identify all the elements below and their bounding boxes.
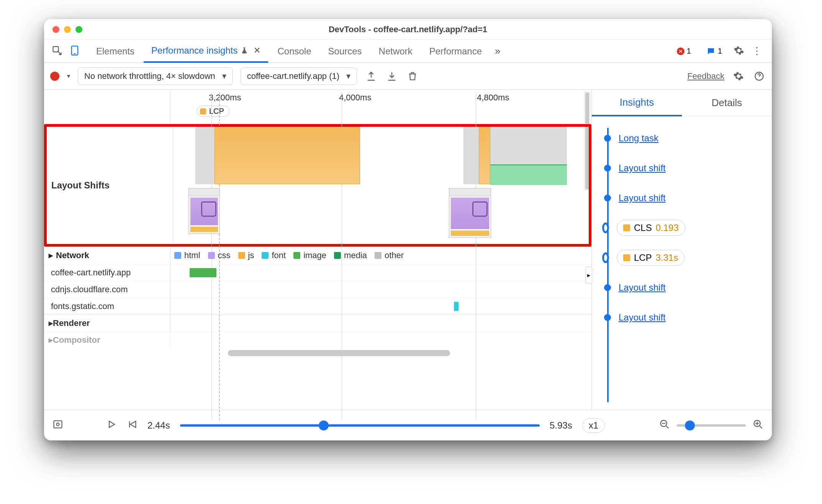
legend-item: font bbox=[262, 250, 286, 260]
maximize-window-button[interactable] bbox=[75, 26, 82, 33]
pane-resizer[interactable]: ▸ bbox=[585, 267, 592, 283]
legend-item: other bbox=[375, 250, 404, 260]
insight-event[interactable]: Layout shift bbox=[603, 273, 772, 303]
timeline-pane: 3,200ms 4,000ms 4,800ms LCP Layout Shift… bbox=[44, 90, 592, 410]
network-row[interactable]: fonts.gstatic.com bbox=[44, 298, 591, 314]
layout-shift-thumbnail[interactable] bbox=[188, 188, 220, 234]
zoom-in-icon[interactable] bbox=[753, 419, 763, 432]
renderer-section[interactable]: ▸Renderer bbox=[44, 314, 591, 331]
kebab-menu-icon[interactable]: ⋮ bbox=[752, 45, 762, 57]
insight-link: Layout shift bbox=[619, 193, 666, 203]
insight-event[interactable]: Layout shift bbox=[603, 153, 772, 183]
content: 3,200ms 4,000ms 4,800ms LCP Layout Shift… bbox=[44, 90, 772, 410]
network-row[interactable]: coffee-cart.netlify.app bbox=[44, 264, 591, 281]
tab-elements[interactable]: Elements bbox=[88, 40, 142, 62]
metric-pill: LCP 3.31s bbox=[617, 250, 684, 266]
tab-performance[interactable]: Performance bbox=[422, 40, 490, 62]
insight-link: Long task bbox=[619, 133, 658, 144]
legend-item: js bbox=[238, 250, 254, 260]
timeline-block[interactable] bbox=[490, 164, 567, 185]
devtools-window: DevTools - coffee-cart.netlify.app/?ad=1… bbox=[44, 19, 772, 440]
playback-speed[interactable]: x1 bbox=[582, 418, 605, 433]
network-origin: cdnjs.cloudflare.com bbox=[44, 281, 170, 298]
time-end: 5.93s bbox=[550, 420, 572, 431]
tab-console[interactable]: Console bbox=[270, 40, 319, 62]
device-toggle-icon[interactable] bbox=[69, 45, 80, 57]
network-row[interactable]: cdnjs.cloudflare.com bbox=[44, 281, 591, 298]
close-tab-icon[interactable]: ✕ bbox=[254, 46, 260, 56]
settings-icon[interactable] bbox=[734, 45, 744, 57]
svg-point-5 bbox=[57, 423, 59, 425]
layout-shift-thumbnail[interactable] bbox=[449, 188, 491, 238]
help-icon[interactable] bbox=[753, 70, 766, 83]
minimize-window-button[interactable] bbox=[64, 26, 71, 33]
expand-icon[interactable]: ▸ bbox=[49, 250, 53, 260]
timeline-block[interactable] bbox=[215, 127, 360, 184]
layout-shifts-row: Layout Shifts bbox=[44, 124, 591, 247]
insight-link: Layout shift bbox=[619, 282, 666, 293]
tab-network[interactable]: Network bbox=[371, 40, 420, 62]
recording-select[interactable]: coffee-cart.netlify.app (1)▾ bbox=[241, 67, 357, 85]
zoom-slider[interactable] bbox=[677, 424, 746, 427]
layout-shifts-label: Layout Shifts bbox=[47, 127, 173, 244]
expand-icon[interactable]: ▸ bbox=[49, 335, 53, 345]
horizontal-scrollbar[interactable] bbox=[44, 348, 591, 358]
expand-icon[interactable]: ▸ bbox=[49, 318, 53, 328]
play-icon[interactable] bbox=[106, 419, 117, 432]
flask-icon bbox=[241, 47, 248, 54]
insight-event[interactable]: CLS 0.193 bbox=[603, 213, 772, 243]
compositor-section[interactable]: ▸Compositor bbox=[44, 331, 591, 348]
svg-rect-4 bbox=[54, 421, 62, 428]
import-icon[interactable] bbox=[385, 70, 398, 83]
playback-footer: 2.44s 5.93s x1 bbox=[44, 410, 772, 440]
insight-event[interactable]: Long task bbox=[603, 123, 772, 153]
tab-details[interactable]: Details bbox=[682, 90, 772, 116]
record-menu-caret-icon[interactable]: ▾ bbox=[67, 72, 70, 80]
timeline-block[interactable] bbox=[463, 127, 479, 184]
lcp-marker[interactable]: LCP bbox=[196, 106, 230, 117]
traffic-lights bbox=[44, 26, 82, 33]
error-badge[interactable]: ✕1 bbox=[673, 46, 695, 56]
rewind-icon[interactable] bbox=[127, 419, 138, 432]
inspect-icon[interactable] bbox=[52, 45, 62, 57]
delete-icon[interactable] bbox=[406, 70, 419, 83]
time-tick: 4,000ms bbox=[339, 93, 371, 103]
insight-link: Layout shift bbox=[619, 163, 666, 173]
timeline-block[interactable] bbox=[490, 127, 567, 165]
toggle-overlay-icon[interactable] bbox=[52, 419, 63, 432]
feedback-link[interactable]: Feedback bbox=[687, 71, 724, 81]
insight-link: Layout shift bbox=[619, 312, 666, 323]
metric-pill: CLS 0.193 bbox=[617, 220, 685, 236]
messages-badge[interactable]: 1 bbox=[702, 46, 726, 57]
record-button[interactable] bbox=[50, 72, 59, 81]
close-window-button[interactable] bbox=[52, 26, 59, 33]
zoom-out-icon[interactable] bbox=[659, 419, 670, 432]
time-slider[interactable] bbox=[180, 424, 540, 427]
throttling-select[interactable]: No network throttling, 4× slowdown▾ bbox=[78, 67, 233, 85]
tab-sources[interactable]: Sources bbox=[321, 40, 370, 62]
insight-event[interactable]: Layout shift bbox=[603, 303, 772, 332]
tab-performance-insights[interactable]: Performance insights ✕ bbox=[144, 40, 268, 63]
export-icon[interactable] bbox=[365, 70, 378, 83]
network-section-header[interactable]: ▸Network htmlcssjsfontimagemediaother bbox=[44, 247, 591, 264]
time-tick: 3,200ms bbox=[209, 93, 241, 103]
side-panel: Insights Details Long taskLayout shiftLa… bbox=[592, 90, 772, 410]
insight-event[interactable]: Layout shift bbox=[603, 183, 772, 213]
legend-item: html bbox=[174, 250, 200, 260]
titlebar: DevTools - coffee-cart.netlify.app/?ad=1 bbox=[44, 19, 772, 40]
network-origin: fonts.gstatic.com bbox=[44, 298, 170, 314]
main-tabs: Elements Performance insights ✕ Console … bbox=[44, 40, 772, 63]
insight-event[interactable]: LCP 3.31s bbox=[603, 243, 772, 273]
time-tick: 4,800ms bbox=[477, 93, 509, 103]
timeline-block[interactable] bbox=[479, 127, 490, 184]
more-tabs-icon[interactable]: » bbox=[491, 45, 504, 57]
legend-item: media bbox=[334, 250, 367, 260]
timeline-block[interactable] bbox=[195, 127, 215, 184]
panel-settings-icon[interactable] bbox=[732, 70, 745, 83]
ruler-label bbox=[44, 90, 170, 124]
legend-item: image bbox=[293, 250, 326, 260]
tab-insights[interactable]: Insights bbox=[592, 90, 682, 116]
window-title: DevTools - coffee-cart.netlify.app/?ad=1 bbox=[44, 25, 772, 34]
side-panel-tabs: Insights Details bbox=[592, 90, 772, 116]
time-start: 2.44s bbox=[147, 420, 170, 431]
